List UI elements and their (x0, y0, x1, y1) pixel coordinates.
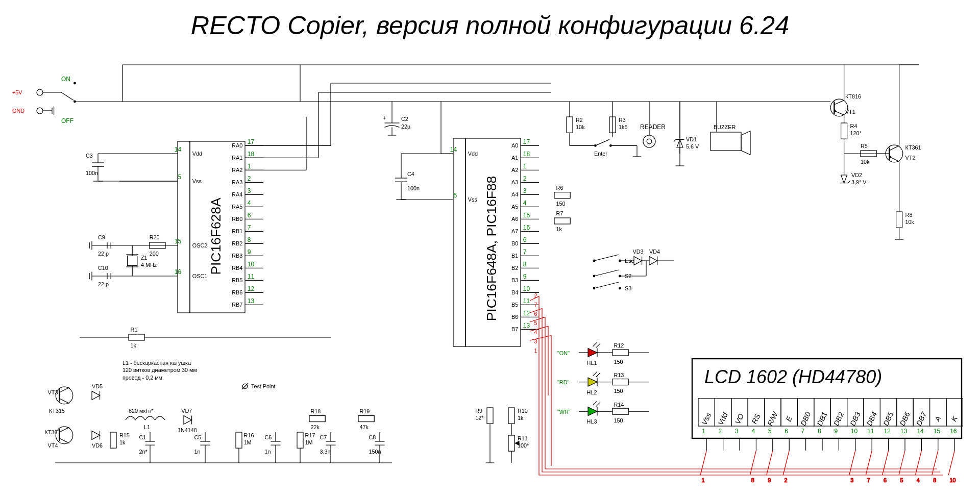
svg-text:"WR": "WR" (557, 409, 571, 415)
svg-text:11: 11 (523, 297, 530, 305)
svg-text:B4: B4 (511, 289, 518, 295)
svg-text:A: A (933, 415, 943, 423)
svg-text:DB0: DB0 (799, 411, 812, 427)
svg-text:200: 200 (150, 251, 159, 257)
svg-marker-298 (92, 391, 100, 400)
svg-line-485 (767, 451, 773, 475)
svg-rect-352 (309, 416, 325, 422)
svg-text:КТ361: КТ361 (905, 144, 921, 151)
svg-point-196 (643, 135, 655, 147)
svg-text:7: 7 (534, 302, 537, 308)
svg-text:VD1: VD1 (686, 136, 697, 142)
svg-line-389 (596, 402, 600, 406)
svg-text:10: 10 (523, 285, 530, 292)
svg-text:RS: RS (750, 412, 762, 425)
svg-marker-241 (841, 175, 847, 183)
svg-text:6: 6 (785, 428, 788, 435)
svg-text:14: 14 (450, 146, 457, 153)
svg-line-491 (915, 451, 921, 475)
svg-text:Vdd: Vdd (468, 151, 478, 157)
svg-text:RA3: RA3 (232, 179, 242, 185)
svg-text:DB3: DB3 (848, 411, 862, 427)
svg-text:A1: A1 (511, 155, 518, 161)
svg-text:R3: R3 (619, 117, 626, 123)
svg-text:LCD 1602 (HD44780): LCD 1602 (HD44780) (704, 366, 882, 387)
svg-text:B1: B1 (511, 253, 518, 259)
svg-text:R6: R6 (556, 185, 564, 191)
svg-text:"RD": "RD" (557, 379, 569, 385)
svg-marker-270 (634, 257, 642, 265)
cap-c4: C4 100n (395, 154, 441, 200)
svg-text:4: 4 (523, 200, 527, 207)
svg-text:S3: S3 (625, 285, 631, 291)
svg-line-492 (932, 451, 938, 475)
svg-text:22 p: 22 p (98, 281, 109, 287)
svg-text:R9: R9 (475, 408, 482, 414)
svg-rect-400 (508, 408, 514, 424)
svg-text:10k: 10k (861, 159, 870, 165)
svg-text:1k5: 1k5 (619, 124, 627, 130)
svg-text:14: 14 (175, 146, 182, 153)
svg-text:150: 150 (614, 388, 623, 394)
svg-text:1k: 1k (518, 415, 524, 421)
svg-text:17: 17 (523, 138, 530, 145)
svg-rect-30 (178, 141, 190, 313)
svg-marker-362 (588, 349, 597, 357)
svg-text:8: 8 (248, 236, 251, 243)
svg-text:RB7: RB7 (232, 302, 242, 308)
svg-text:R7: R7 (556, 210, 564, 216)
svg-text:1: 1 (702, 477, 705, 483)
svg-rect-252 (554, 192, 570, 198)
svg-rect-114 (128, 256, 137, 265)
svg-point-263 (593, 275, 596, 278)
svg-text:Test Point: Test Point (251, 383, 275, 389)
svg-text:HL2: HL2 (587, 389, 597, 395)
svg-rect-222 (841, 123, 847, 139)
svg-text:4 MHz: 4 MHz (141, 262, 157, 268)
svg-text:A7: A7 (511, 228, 518, 234)
svg-text:READER: READER (640, 123, 666, 131)
svg-line-487 (849, 451, 855, 475)
svg-marker-272 (649, 257, 657, 265)
svg-line-493 (948, 451, 954, 475)
svg-text:7: 7 (867, 477, 870, 483)
svg-text:18: 18 (523, 151, 530, 158)
svg-text:6: 6 (523, 236, 527, 243)
svg-text:3: 3 (850, 477, 853, 483)
svg-text:R13: R13 (614, 372, 624, 378)
svg-rect-367 (612, 350, 628, 356)
svg-text:OSC1: OSC1 (192, 273, 207, 279)
svg-line-289 (59, 399, 69, 404)
svg-text:120*: 120* (850, 130, 862, 136)
svg-text:10: 10 (851, 428, 858, 435)
svg-line-490 (899, 451, 905, 475)
svg-text:КТ315: КТ315 (49, 408, 65, 414)
svg-text:9: 9 (834, 428, 838, 435)
svg-text:15: 15 (175, 238, 182, 245)
svg-rect-397 (487, 408, 493, 424)
svg-text:RB4: RB4 (232, 265, 242, 271)
svg-text:12: 12 (884, 428, 891, 435)
svg-text:КТ361: КТ361 (45, 429, 61, 435)
svg-text:R18: R18 (310, 408, 321, 414)
svg-text:12: 12 (523, 310, 530, 317)
svg-text:18: 18 (248, 151, 255, 158)
leds: "ON"HL1R12150"RD"HL2R13150"WR"HL3R14150 (557, 342, 649, 425)
svg-text:1N4148: 1N4148 (178, 427, 197, 433)
svg-text:4: 4 (751, 428, 755, 435)
svg-text:C6: C6 (264, 434, 272, 440)
chip-u1: PIC16F628A 14Vdd5Vss15OSC216OSC1 17RA018… (175, 138, 263, 313)
svg-text:8: 8 (751, 477, 754, 483)
svg-text:Vss: Vss (700, 412, 713, 427)
svg-text:VD2: VD2 (851, 172, 862, 178)
svg-text:VD4: VD4 (649, 248, 660, 255)
svg-marker-374 (588, 378, 597, 386)
svg-text:R/W: R/W (766, 410, 779, 427)
svg-rect-355 (358, 416, 374, 422)
svg-text:A3: A3 (511, 179, 518, 185)
svg-line-266 (594, 282, 619, 288)
svg-text:RA0: RA0 (232, 142, 242, 148)
svg-marker-216 (834, 109, 837, 112)
svg-line-258 (594, 255, 619, 261)
svg-text:A0: A0 (511, 142, 518, 148)
